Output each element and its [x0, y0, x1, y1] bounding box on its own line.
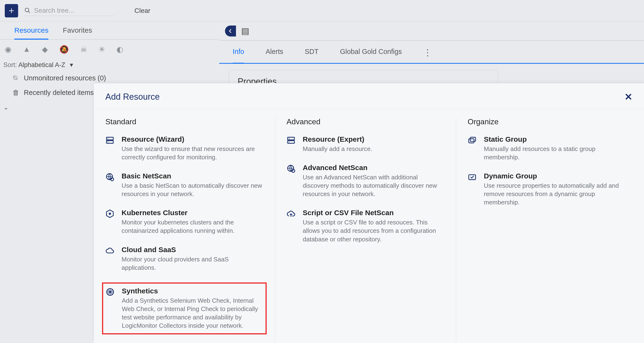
option-desc: Manually add a resource. [303, 145, 372, 153]
tab-info[interactable]: Info [232, 48, 244, 64]
option-title: Cloud and SaaS [122, 246, 263, 254]
trash-icon: 🗑 [12, 89, 20, 97]
svg-point-13 [289, 138, 290, 139]
flame-icon[interactable]: ◉ [5, 45, 12, 54]
right-tabs: Info Alerts SDT Global Gold Configs ⋮ [219, 41, 644, 64]
svg-rect-2 [106, 137, 114, 140]
svg-point-9 [109, 213, 111, 215]
collapse-panel-button[interactable] [225, 26, 236, 37]
option-script-csv-netscan[interactable]: Script or CSV File NetScan Use a script … [286, 209, 444, 243]
option-desc: Use resource properties to automatically… [484, 182, 632, 207]
option-basic-netscan[interactable]: Basic NetScan Use a basic NetScan to aut… [105, 172, 263, 198]
option-synthetics[interactable]: Synthetics Add a Synthetics Selenium Web… [102, 282, 267, 334]
svg-rect-18 [470, 137, 476, 141]
clear-button[interactable]: Clear [134, 7, 150, 15]
option-resource-wizard[interactable]: Resource (Wizard) Use the wizard to ensu… [105, 135, 263, 161]
chevron-down-icon: ▾ [70, 61, 73, 69]
search-input[interactable] [34, 7, 114, 14]
option-kubernetes-cluster[interactable]: Kubernetes Cluster Monitor your kubernet… [105, 209, 263, 235]
server-icon [105, 135, 116, 161]
svg-point-5 [108, 142, 108, 142]
tab-favorites[interactable]: Favorites [63, 26, 92, 39]
layout-icon[interactable]: ▤ [241, 26, 249, 36]
tab-alerts[interactable]: Alerts [266, 48, 283, 63]
option-desc: Use an Advanced NetScan with additional … [303, 173, 444, 198]
tab-resources[interactable]: Resources [14, 26, 48, 40]
option-desc: Manually add resources to a static group… [484, 145, 632, 161]
folder-dynamic-icon [468, 172, 478, 207]
option-cloud-saas[interactable]: Cloud and SaaS Monitor your cloud provid… [105, 246, 263, 272]
tab-global-gold-configs[interactable]: Global Gold Configs [340, 48, 402, 63]
sort-row[interactable]: Sort: Alphabetical A-Z ▾ [0, 59, 219, 71]
globe-scan-icon [105, 172, 116, 198]
chip-icon[interactable]: ✳ [99, 45, 105, 54]
top-bar: Clear [0, 0, 644, 22]
add-resource-button[interactable] [5, 4, 18, 18]
option-title: Static Group [484, 135, 632, 143]
moon-icon[interactable]: ◐ [116, 45, 123, 54]
svg-point-14 [289, 142, 290, 142]
right-header: ▤ [219, 22, 644, 41]
search-icon [24, 7, 31, 14]
option-title: Resource (Wizard) [122, 135, 263, 143]
column-standard: Standard Resource (Wizard) Use the wizar… [94, 117, 275, 341]
svg-point-4 [108, 138, 108, 139]
tab-more-menu[interactable]: ⋮ [423, 48, 433, 63]
skull-icon[interactable]: ☠ [80, 45, 87, 54]
option-advanced-netscan[interactable]: Advanced NetScan Use an Advanced NetScan… [286, 164, 444, 198]
svg-rect-17 [469, 139, 474, 143]
sort-label: Sort: [3, 61, 17, 69]
left-tabs: Resources Favorites [0, 22, 219, 40]
option-static-group[interactable]: Static Group Manually add resources to a… [468, 135, 632, 161]
plus-icon [8, 7, 15, 14]
folder-stack-icon [468, 135, 478, 161]
unmonitored-label: Unmonitored resources (0) [24, 74, 106, 82]
column-heading-organize: Organize [468, 117, 632, 126]
svg-rect-12 [288, 141, 294, 143]
eye-off-icon: ⦰ [12, 74, 20, 82]
kubernetes-icon [105, 209, 116, 235]
cloud-upload-icon [286, 209, 297, 243]
svg-rect-3 [106, 141, 114, 143]
bell-off-icon[interactable]: 🔕 [59, 45, 69, 54]
option-title: Synthetics [122, 287, 263, 295]
recent-deleted-label: Recently deleted items ( [24, 89, 98, 97]
column-organize: Organize Static Group Manually add resou… [456, 117, 644, 341]
search-container [24, 5, 114, 16]
modal-title: Add Resource [105, 92, 160, 102]
modal-header: Add Resource ✕ [94, 83, 644, 109]
synthetics-icon [106, 287, 116, 330]
option-title: Dynamic Group [484, 172, 632, 180]
sort-value: Alphabetical A-Z [18, 61, 65, 69]
option-desc: Use a basic NetScan to automatically dis… [122, 182, 263, 198]
globe-scan-icon [286, 164, 297, 198]
close-icon[interactable]: ✕ [624, 91, 632, 102]
filter-icon-row: ◉ ▲ ◆ 🔕 ☠ ✳ ◐ [0, 40, 219, 59]
option-desc: Monitor your kubernetes clusters and the… [122, 218, 263, 235]
option-desc: Add a Synthetics Selenium Web Check, Int… [122, 296, 263, 330]
option-title: Kubernetes Cluster [122, 209, 263, 217]
option-desc: Monitor your cloud providers and SaaS ap… [122, 255, 263, 272]
option-title: Resource (Expert) [303, 135, 372, 143]
svg-rect-11 [288, 137, 294, 140]
option-title: Basic NetScan [122, 172, 263, 180]
warning-icon[interactable]: ▲ [23, 45, 30, 54]
option-resource-expert[interactable]: Resource (Expert) Manually add a resourc… [286, 135, 444, 153]
option-desc: Use a script or CSV file to add resouces… [303, 218, 444, 243]
tab-sdt[interactable]: SDT [305, 48, 319, 63]
cloud-icon [105, 246, 116, 272]
option-desc: Use the wizard to ensure that new resour… [122, 145, 263, 161]
server-icon [286, 135, 297, 153]
diamond-icon[interactable]: ◆ [42, 45, 48, 54]
column-advanced: Advanced Resource (Expert) Manually add … [275, 117, 456, 341]
chevron-left-icon [228, 28, 233, 34]
svg-point-0 [25, 8, 29, 12]
option-title: Advanced NetScan [303, 164, 444, 172]
option-dynamic-group[interactable]: Dynamic Group Use resource properties to… [468, 172, 632, 207]
svg-line-1 [28, 11, 30, 13]
column-heading-advanced: Advanced [286, 117, 444, 126]
column-heading-standard: Standard [105, 117, 263, 126]
add-resource-modal: Add Resource ✕ Standard Resource (Wizard… [94, 83, 644, 343]
option-title: Script or CSV File NetScan [303, 209, 444, 217]
